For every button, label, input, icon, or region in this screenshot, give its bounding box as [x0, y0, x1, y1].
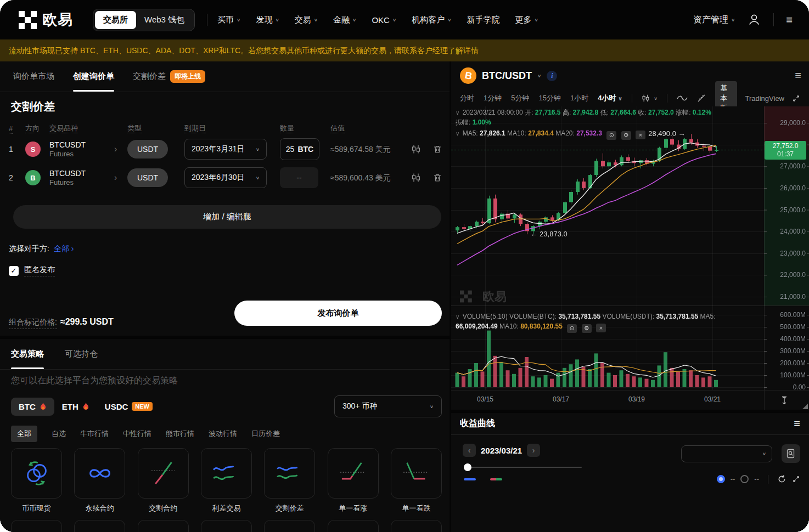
okx-logo[interactable]: 欧易	[19, 10, 73, 30]
profit-dropdown[interactable]: ∨	[681, 445, 772, 462]
profit-menu-icon[interactable]: ≡	[794, 417, 800, 430]
eye-icon[interactable]: ⊙	[606, 131, 616, 140]
strategy-card-futures[interactable]: 交割合约	[138, 448, 189, 513]
radio-selected[interactable]	[717, 475, 725, 483]
chart-menu-icon[interactable]: ≡	[795, 69, 801, 82]
hamburger-menu-icon[interactable]: ≡	[786, 14, 793, 26]
toggle-web3-wallet[interactable]: Web3 钱包	[136, 11, 193, 29]
tab-rfq-market[interactable]: 询价单市场	[13, 61, 54, 92]
publish-rfq-button[interactable]: 发布询价单	[234, 301, 442, 326]
prev-date-button[interactable]: ‹	[463, 444, 476, 457]
pair-name[interactable]: BTC/USDT	[482, 70, 532, 82]
strategy-card[interactable]	[328, 520, 379, 532]
coin-tab-btc[interactable]: BTC	[11, 398, 54, 416]
strategy-card[interactable]	[138, 520, 189, 532]
coin-tab-usdc[interactable]: USDCNEW	[97, 398, 160, 416]
gear-icon[interactable]: ⚙	[582, 324, 592, 333]
interval-time[interactable]: 分时	[460, 93, 474, 103]
chip-calendar-spread[interactable]: 日历价差	[251, 429, 280, 439]
eye-icon[interactable]: ⊙	[567, 324, 577, 333]
next-date-button[interactable]: ›	[527, 444, 540, 457]
nav-item-academy[interactable]: 新手学院	[467, 15, 500, 25]
strategy-card-spot[interactable]: 币币现货	[11, 448, 62, 513]
candle-style-icon[interactable]	[642, 94, 650, 102]
close-icon[interactable]: ×	[596, 324, 606, 332]
strategy-card-single-call[interactable]: 单一看涨	[328, 448, 379, 513]
coin-count-dropdown[interactable]: 300+ 币种∨	[334, 395, 442, 417]
chip-neutral-market[interactable]: 中性行情	[123, 429, 151, 439]
strategy-card-perpetual[interactable]: 永续合约	[74, 448, 125, 513]
interval-15m[interactable]: 15分钟	[538, 93, 560, 103]
margin-type-pill[interactable]: USDT	[127, 168, 168, 187]
anonymous-checkbox[interactable]: ✓	[9, 266, 19, 276]
counterparty-link[interactable]: 全部 ›	[54, 244, 74, 254]
tab-futures-spread[interactable]: 交割价差即将上线	[133, 61, 205, 92]
strategy-card-carry-trade[interactable]: 利差交易	[201, 448, 252, 513]
current-price-tag: 27,752.0 01:37	[765, 141, 806, 160]
candlestick-chart[interactable]	[451, 106, 809, 390]
chip-favorites[interactable]: 自选	[52, 429, 66, 439]
nav-item-buy[interactable]: 买币∨	[217, 15, 240, 25]
user-account-icon[interactable]	[747, 13, 761, 27]
chip-bull-market[interactable]: 牛市行情	[80, 429, 109, 439]
expiry-select[interactable]: 2023年6月30日∨	[184, 167, 267, 188]
coin-tab-eth[interactable]: ETH	[54, 398, 97, 416]
quantity-input[interactable]: 25BTC	[280, 138, 319, 160]
chevron-right-icon[interactable]: ›	[114, 144, 127, 154]
profit-time-slider[interactable]	[464, 463, 582, 471]
fullscreen-icon[interactable]	[792, 94, 800, 103]
price-range-icon[interactable]	[780, 395, 788, 405]
left-panel: 询价单市场 创建询价单 交割价差即将上线 交割价差 # 方向 交易品种 类型 到…	[0, 61, 450, 532]
chart-x-axis[interactable]: 03/15 03/17 03/19 03/21	[451, 390, 809, 410]
quantity-input[interactable]: --	[280, 167, 318, 188]
refresh-icon[interactable]	[777, 474, 786, 484]
mode-tradingview[interactable]: TradingView	[745, 94, 784, 103]
nav-item-discover[interactable]: 发现∨	[256, 15, 279, 25]
nav-item-more[interactable]: 更多∨	[515, 15, 538, 25]
strategy-card[interactable]	[11, 520, 62, 532]
tab-create-rfq[interactable]: 创建询价单	[73, 61, 114, 92]
add-edit-leg-button[interactable]: 增加 / 编辑腿	[13, 205, 441, 229]
chart-preview-icon[interactable]	[411, 145, 421, 154]
interval-4h-selected[interactable]: 4小时 ∨	[598, 93, 622, 103]
delete-leg-icon[interactable]	[433, 173, 442, 182]
strategy-card-single-put[interactable]: 单一看跌	[391, 448, 442, 513]
resize-handle[interactable]	[802, 404, 808, 409]
info-icon[interactable]: i	[547, 71, 557, 81]
gear-icon[interactable]: ⚙	[621, 131, 631, 140]
nav-item-assets[interactable]: 资产管理∨	[693, 14, 735, 26]
chevron-right-icon[interactable]: ›	[114, 173, 127, 183]
delete-leg-icon[interactable]	[433, 145, 442, 154]
nav-item-trade[interactable]: 交易∨	[295, 15, 318, 25]
interval-1h[interactable]: 1小时	[570, 93, 588, 103]
tab-optional-positions[interactable]: 可选持仓	[65, 339, 98, 369]
strategy-card[interactable]	[264, 520, 315, 532]
nav-item-okc[interactable]: OKC∨	[372, 15, 396, 25]
expiry-select[interactable]: 2023年3月31日∨	[184, 139, 267, 160]
strategy-card[interactable]	[391, 520, 442, 532]
slider-thumb[interactable]	[464, 463, 471, 471]
tab-trade-strategy[interactable]: 交易策略	[11, 339, 44, 369]
chip-volatile-market[interactable]: 波动行情	[209, 429, 237, 439]
chevron-down-icon[interactable]: ∨	[654, 96, 658, 101]
margin-type-pill[interactable]: USDT	[127, 140, 168, 159]
nav-item-finance[interactable]: 金融∨	[333, 15, 356, 25]
expand-icon[interactable]	[792, 475, 800, 483]
doc-search-button[interactable]	[782, 444, 800, 463]
strategy-card[interactable]	[74, 520, 125, 532]
announcement-banner[interactable]: 流动性市场现已支持 BTC、ETH、USDC、ADA、DOT、XRP和LTC。若…	[0, 39, 809, 61]
chart-preview-icon[interactable]	[411, 173, 421, 182]
chip-bear-market[interactable]: 熊市行情	[166, 429, 194, 439]
chevron-down-icon[interactable]: ∨	[537, 73, 541, 78]
interval-1m[interactable]: 1分钟	[484, 93, 502, 103]
strategy-card[interactable]	[201, 520, 252, 532]
chip-all[interactable]: 全部	[11, 426, 37, 442]
drawing-tools-icon[interactable]	[697, 94, 706, 103]
strategy-card-futures-spread[interactable]: 交割价差	[264, 448, 315, 513]
toggle-exchange[interactable]: 交易所	[95, 11, 136, 29]
close-icon[interactable]: ×	[636, 131, 645, 139]
nav-item-institutional[interactable]: 机构客户∨	[412, 15, 451, 25]
radio-unselected[interactable]	[740, 475, 749, 483]
interval-5m[interactable]: 5分钟	[511, 93, 529, 103]
line-overlay-icon[interactable]	[677, 94, 688, 102]
